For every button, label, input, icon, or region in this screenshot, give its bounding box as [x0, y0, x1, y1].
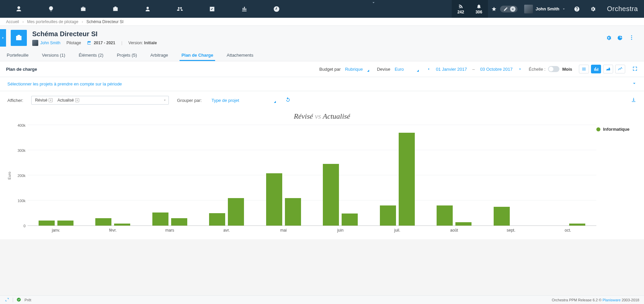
more-vertical-icon[interactable]	[629, 35, 635, 41]
tab-plan-de-charge[interactable]: Plan de Charge	[180, 49, 215, 61]
scale-toggle[interactable]	[548, 66, 559, 72]
export-icon[interactable]	[631, 97, 637, 103]
nav-user[interactable]: John Smith	[521, 0, 569, 18]
filter-bar: Sélectionner les projets à prendre en co…	[0, 77, 644, 91]
x-tick: mars	[141, 226, 198, 233]
bar[interactable]	[494, 207, 510, 226]
nav-icon-briefcase[interactable]	[67, 0, 99, 18]
top-nav: 242 306 × John Smith Orchestra	[0, 0, 644, 18]
fullscreen-button[interactable]	[632, 66, 638, 73]
nav-icon-check[interactable]	[196, 0, 228, 18]
date-to[interactable]: 03 Octobre 2017	[480, 67, 513, 72]
nav-icon-idea[interactable]	[35, 0, 67, 18]
bar[interactable]	[171, 218, 187, 226]
bar[interactable]	[323, 164, 339, 226]
star-icon[interactable]	[491, 6, 497, 12]
bar[interactable]	[342, 214, 358, 226]
nav-icon-portfolio[interactable]	[99, 0, 132, 18]
chart-wrap: Euro 0100k200k300k400k Informatique	[7, 125, 637, 226]
filter-link[interactable]: Sélectionner les projets à prendre en co…	[7, 81, 632, 86]
nav-icon-clock[interactable]	[260, 0, 293, 18]
x-tick: sept.	[483, 226, 540, 233]
tab-projets[interactable]: Projets (5)	[115, 49, 139, 61]
tab-attachements[interactable]: Attachements	[225, 49, 255, 61]
chip-remove-icon[interactable]: ×	[49, 98, 53, 102]
pie-icon[interactable]	[617, 35, 623, 41]
bar[interactable]	[266, 173, 282, 226]
bar[interactable]	[114, 224, 130, 226]
scale-control: Échelle : Mois	[529, 66, 573, 72]
tab-portefeuille[interactable]: Portefeuille	[5, 49, 31, 61]
bar-group	[28, 221, 85, 226]
bar[interactable]	[437, 205, 453, 226]
tab-elements[interactable]: Éléments (2)	[77, 49, 105, 61]
view-area-button[interactable]	[603, 65, 613, 73]
bar[interactable]	[399, 133, 415, 226]
bar[interactable]	[95, 218, 111, 226]
gear-icon[interactable]	[606, 35, 612, 41]
afficher-multiselect[interactable]: Révisé× Actualisé×	[31, 96, 169, 105]
tabs: Portefeuille Versions (1) Éléments (2) P…	[0, 49, 644, 61]
pill-close-icon[interactable]: ×	[510, 6, 515, 12]
owner-avatar	[32, 40, 38, 46]
nav-icon-team[interactable]	[164, 0, 196, 18]
owner-name[interactable]: John Smith	[40, 41, 60, 45]
toolbar: Plan de charge Budget par Rubrique Devis…	[0, 61, 644, 77]
refresh-icon[interactable]	[285, 97, 291, 103]
devise-select[interactable]: Euro	[393, 66, 420, 73]
bar[interactable]	[285, 198, 301, 226]
bar-group	[540, 224, 597, 226]
chip-remove-icon[interactable]: ×	[75, 98, 79, 102]
nav-settings[interactable]	[585, 0, 601, 18]
x-tick: avr.	[198, 226, 255, 233]
chevron-down-icon	[163, 99, 166, 102]
nav-icon-user[interactable]	[132, 0, 164, 18]
crumb-2: Schéma Directeur SI	[86, 19, 123, 24]
bar[interactable]	[380, 205, 396, 226]
view-bar-button[interactable]	[591, 65, 601, 73]
chart-legend: Informatique	[596, 125, 637, 226]
date-prev-icon[interactable]	[427, 67, 431, 71]
bar[interactable]	[569, 224, 585, 226]
tab-versions[interactable]: Versions (1)	[40, 49, 67, 61]
bar-group	[426, 205, 483, 226]
nav-help[interactable]	[569, 0, 585, 18]
grouper-select[interactable]: Type de projet	[210, 97, 277, 104]
nav-pill[interactable]: ×	[500, 6, 517, 12]
nav-notif-count: 306	[476, 10, 482, 14]
nav-more-chevron[interactable]	[295, 0, 452, 18]
crumb-sep: ›	[82, 19, 83, 24]
date-next-icon[interactable]	[518, 67, 522, 71]
nav-feed-count: 242	[457, 10, 464, 14]
view-list-button[interactable]	[579, 65, 589, 73]
nav-favorite-slot: ×	[488, 0, 521, 18]
y-tick: 400k	[17, 123, 26, 127]
nav-feed[interactable]: 242	[452, 0, 470, 18]
nav-notifications[interactable]: 306	[470, 0, 488, 18]
x-tick: juin	[312, 226, 369, 233]
view-line-button[interactable]	[615, 65, 625, 73]
crumb-1[interactable]: Mes portefeuilles de pilotage	[27, 19, 79, 24]
bar-group	[483, 207, 540, 226]
budget-select[interactable]: Rubrique	[343, 66, 370, 73]
nav-icon-person[interactable]	[3, 0, 35, 18]
bar[interactable]	[455, 222, 472, 226]
crumb-0[interactable]: Accueil	[6, 19, 19, 24]
bar[interactable]	[39, 221, 55, 226]
bar[interactable]	[57, 221, 73, 226]
pilotage-label: Pilotage	[66, 41, 81, 45]
bar[interactable]	[228, 198, 244, 226]
budget-label: Budget par	[319, 67, 341, 72]
date-from[interactable]: 01 Janvier 2017	[436, 67, 467, 72]
bar[interactable]	[209, 213, 225, 226]
sidebar-toggle[interactable]	[0, 29, 6, 47]
x-tick: mai	[255, 226, 312, 233]
chevron-down-icon[interactable]	[632, 81, 637, 86]
header-portfolio-icon	[11, 30, 27, 46]
nav-primary-icons	[0, 0, 295, 18]
bar-group	[369, 133, 426, 226]
tab-arbitrage[interactable]: Arbitrage	[148, 49, 170, 61]
bar[interactable]	[152, 212, 168, 226]
nav-right: 242 306 × John Smith Orchestra	[452, 0, 644, 18]
nav-icon-chart[interactable]	[228, 0, 260, 18]
